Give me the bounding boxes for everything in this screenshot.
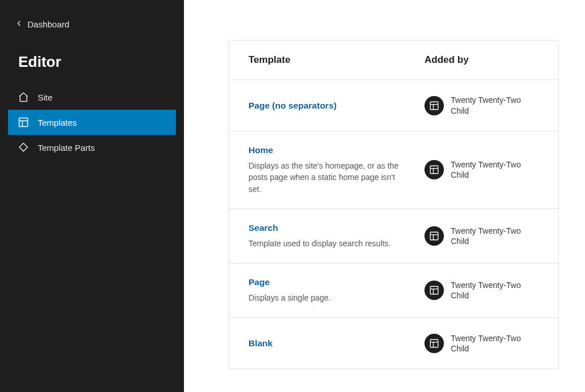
templates-table: Template Added by Page (no separators) T… (229, 40, 559, 369)
svg-rect-4 (430, 102, 438, 110)
template-description: Displays a single page. (249, 292, 403, 303)
theme-icon (424, 334, 444, 353)
table-row: Home Displays as the site's homepage, or… (229, 131, 558, 209)
template-cell: Blank (249, 338, 413, 349)
table-row: Blank Twenty Twenty-Two Child (229, 317, 558, 369)
main-content: Template Added by Page (no separators) T… (184, 0, 585, 392)
col-template: Template (249, 54, 424, 66)
template-cell: Page Displays a single page. (249, 277, 413, 303)
page-title: Editor (0, 35, 184, 85)
template-link[interactable]: Page (249, 277, 270, 287)
added-by-cell: Twenty Twenty-Two Child (424, 95, 539, 115)
added-by-label: Twenty Twenty-Two Child (451, 280, 539, 301)
svg-rect-16 (430, 339, 438, 347)
template-description: Displays as the site's homepage, or as t… (249, 160, 403, 195)
svg-rect-10 (430, 232, 438, 240)
svg-rect-13 (430, 287, 438, 295)
back-label: Dashboard (27, 19, 69, 29)
chevron-left-icon (15, 19, 23, 29)
template-link[interactable]: Search (249, 223, 278, 233)
template-cell: Home Displays as the site's homepage, or… (249, 145, 413, 195)
back-to-dashboard[interactable]: Dashboard (0, 14, 184, 35)
added-by-label: Twenty Twenty-Two Child (451, 226, 539, 246)
added-by-label: Twenty Twenty-Two Child (451, 333, 539, 354)
template-cell: Search Template used to display search r… (249, 223, 413, 249)
template-link[interactable]: Page (no separators) (249, 101, 336, 111)
table-row: Search Template used to display search r… (229, 209, 558, 263)
template-cell: Page (no separators) (249, 101, 413, 111)
sidebar-item-label: Template Parts (38, 143, 95, 153)
sidebar-item-label: Site (38, 93, 53, 102)
table-row: Page Displays a single page. Twenty Twen… (229, 263, 558, 317)
layout-icon (17, 116, 30, 129)
table-header: Template Added by (229, 41, 558, 79)
diamond-icon (17, 141, 30, 154)
sidebar-nav: Site Templates Template Parts (0, 85, 184, 160)
svg-rect-7 (430, 166, 438, 174)
template-link[interactable]: Home (249, 145, 273, 155)
added-by-cell: Twenty Twenty-Two Child (424, 280, 539, 301)
sidebar-item-template-parts[interactable]: Template Parts (8, 135, 176, 160)
table-row: Page (no separators) Twenty Twenty-Two C… (229, 79, 558, 131)
sidebar-item-site[interactable]: Site (8, 85, 176, 110)
home-icon (17, 91, 30, 103)
template-description: Template used to display search results. (249, 238, 403, 249)
sidebar-item-label: Templates (38, 118, 77, 127)
added-by-cell: Twenty Twenty-Two Child (424, 159, 539, 180)
svg-rect-0 (19, 118, 28, 127)
theme-icon (424, 96, 444, 115)
sidebar: Dashboard Editor Site Templates Template… (0, 0, 184, 392)
theme-icon (424, 160, 444, 179)
added-by-cell: Twenty Twenty-Two Child (424, 333, 539, 354)
sidebar-item-templates[interactable]: Templates (8, 110, 176, 135)
svg-rect-3 (19, 143, 27, 151)
added-by-label: Twenty Twenty-Two Child (451, 95, 539, 115)
added-by-label: Twenty Twenty-Two Child (451, 159, 539, 180)
theme-icon (424, 226, 444, 246)
added-by-cell: Twenty Twenty-Two Child (424, 226, 539, 246)
theme-icon (424, 281, 444, 300)
template-link[interactable]: Blank (249, 338, 273, 349)
col-added-by: Added by (424, 54, 539, 66)
